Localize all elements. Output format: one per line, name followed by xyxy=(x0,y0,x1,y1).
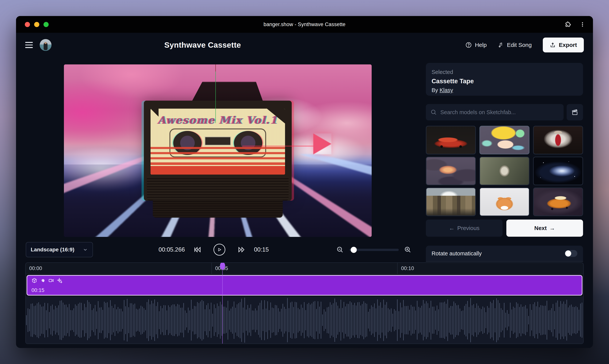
cube-icon xyxy=(31,278,37,283)
aspect-ratio-value: Landscape (16:9) xyxy=(31,247,74,253)
export-label: Export xyxy=(559,42,577,48)
selected-label: Selected xyxy=(431,69,577,75)
play-icon xyxy=(213,244,225,256)
model-thumb-spiral-galaxy[interactable] xyxy=(533,157,583,185)
search-input[interactable] xyxy=(440,109,559,116)
play-button[interactable] xyxy=(213,242,225,257)
clip-track: 00:15 xyxy=(26,274,583,296)
rotate-automatically-toggle[interactable] xyxy=(565,250,577,257)
selected-model-author: By Klasy xyxy=(431,87,577,93)
music-note-icon xyxy=(498,42,504,48)
clapperboard-button[interactable] xyxy=(567,104,583,120)
rotate-automatically-card: Rotate automatically xyxy=(426,246,583,262)
clip-icons xyxy=(31,278,578,283)
help-question-icon xyxy=(465,42,472,48)
rotate-automatically-label: Rotate automatically xyxy=(431,250,482,257)
model-grid xyxy=(426,126,583,216)
help-button[interactable]: Help xyxy=(465,42,487,48)
clip-duration: 00:15 xyxy=(31,287,44,293)
chevron-down-icon xyxy=(83,247,88,252)
edit-song-label: Edit Song xyxy=(507,42,532,48)
export-button[interactable]: Export xyxy=(543,38,584,52)
page-title: Synthwave Cassette xyxy=(164,40,241,50)
timeline-ruler[interactable]: 00:00 00:05 00:10 xyxy=(26,263,583,274)
export-upload-icon xyxy=(550,42,556,48)
minimize-window-button[interactable] xyxy=(34,22,39,27)
model-sidebar: Selected Cassette Tape By Klasy xyxy=(426,63,583,262)
window-title: banger.show - Synthwave Cassette xyxy=(16,22,593,27)
noise-overlay xyxy=(64,65,372,237)
zoom-out-button[interactable] xyxy=(336,242,344,257)
menu-hamburger-icon[interactable] xyxy=(25,42,33,48)
model-thumb-red-sports-car[interactable] xyxy=(426,126,476,154)
toggle-knob xyxy=(565,250,571,257)
rewind-button[interactable] xyxy=(193,242,202,257)
browser-menu-kebab-icon[interactable] xyxy=(580,22,585,27)
edit-song-button[interactable]: Edit Song xyxy=(498,42,532,48)
fast-forward-button[interactable] xyxy=(237,242,246,257)
app-window: banger.show - Synthwave Cassette Synthwa… xyxy=(16,16,593,348)
app-header: Synthwave Cassette Help xyxy=(16,33,593,57)
playhead-line xyxy=(222,263,223,344)
aspect-ratio-select[interactable]: Landscape (16:9) xyxy=(26,242,93,257)
ruler-mark-0: 00:00 xyxy=(26,263,211,274)
model-thumb-abandoned-city[interactable] xyxy=(426,188,476,216)
search-box[interactable] xyxy=(426,104,564,120)
zoom-window-button[interactable] xyxy=(43,22,49,27)
model-thumb-skull[interactable] xyxy=(479,157,529,185)
current-time: 00:05.266 xyxy=(159,242,185,257)
model-thumb-shiba-inu[interactable] xyxy=(479,188,529,216)
audio-waveform[interactable] xyxy=(26,296,583,344)
zoom-in-button[interactable] xyxy=(404,242,412,257)
model-thumb-red-cloaked-woman[interactable] xyxy=(533,126,583,154)
titlebar: banger.show - Synthwave Cassette xyxy=(16,16,593,33)
traffic-lights xyxy=(25,22,49,27)
selected-model-card: Selected Cassette Tape By Klasy xyxy=(426,63,583,96)
clapperboard-icon xyxy=(571,109,579,116)
sparkles-icon xyxy=(57,278,62,283)
extensions-puzzle-icon[interactable] xyxy=(565,21,571,28)
author-link[interactable]: Klasy xyxy=(440,87,453,93)
model-thumb-anime-girl[interactable] xyxy=(479,126,529,154)
close-window-button[interactable] xyxy=(25,22,30,27)
video-camera-icon xyxy=(48,278,54,283)
search-icon xyxy=(430,109,437,116)
ruler-mark-2: 00:10 xyxy=(397,263,583,274)
spiral-icon xyxy=(40,278,46,283)
duration-label: 00:15 xyxy=(254,242,269,257)
previous-button[interactable]: ← Previous xyxy=(426,220,502,237)
pager: ← Previous Next → xyxy=(426,220,583,237)
model-thumb-orange-vintage-car[interactable] xyxy=(533,188,583,216)
avatar[interactable] xyxy=(40,39,52,51)
next-button[interactable]: Next → xyxy=(506,220,583,237)
search-row xyxy=(426,104,583,120)
player-controls: Landscape (16:9) 00:05.266 xyxy=(16,242,426,257)
timeline-zoom-slider[interactable] xyxy=(349,249,399,251)
ruler-mark-1: 00:05 xyxy=(211,263,397,274)
model-thumb-storm-clouds[interactable] xyxy=(426,157,476,185)
arrow-right-icon: → xyxy=(550,225,555,231)
model-clip[interactable]: 00:15 xyxy=(27,275,582,296)
help-label: Help xyxy=(475,42,487,48)
preview-canvas[interactable]: Awesome Mix Vol.1 xyxy=(64,65,372,237)
desktop-background: banger.show - Synthwave Cassette Synthwa… xyxy=(0,0,609,364)
zoom-slider-knob[interactable] xyxy=(351,247,357,253)
timeline[interactable]: 00:00 00:05 00:10 xyxy=(25,262,584,344)
arrow-left-icon: ← xyxy=(449,225,455,231)
selected-model-name: Cassette Tape xyxy=(431,78,577,85)
